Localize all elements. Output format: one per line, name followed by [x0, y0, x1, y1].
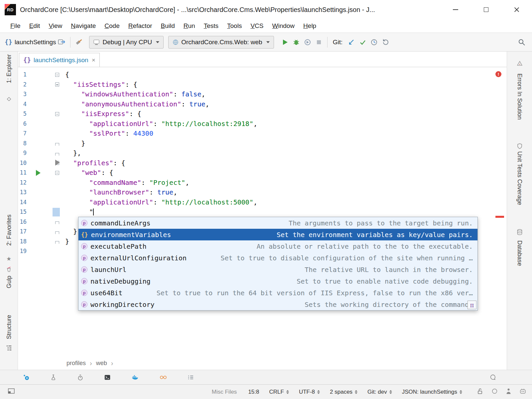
status-widget-git-dev[interactable]: Git: dev: [367, 389, 392, 395]
fold-marker-icon[interactable]: [55, 82, 59, 86]
toolwindow-button-performance-profiler[interactable]: [77, 374, 86, 380]
menu-item-view[interactable]: View: [44, 21, 66, 31]
menu-item-file[interactable]: File: [6, 21, 25, 31]
status-widget-utf-8[interactable]: UTF-8: [299, 389, 320, 395]
menu-item-navigate[interactable]: Navigate: [66, 21, 100, 31]
menu-item-tools[interactable]: Tools: [223, 21, 246, 31]
indicator-circle-icon[interactable]: [492, 388, 497, 396]
fold-marker-icon[interactable]: [55, 153, 59, 156]
maximize-button[interactable]: [471, 0, 501, 19]
line-number[interactable]: 5: [18, 109, 27, 119]
gutter-arrow-icon[interactable]: [55, 160, 60, 166]
menu-item-tests[interactable]: Tests: [200, 21, 223, 31]
toolwindow-button-event-log[interactable]: [490, 374, 499, 380]
editor-line[interactable]: 13 "launchBrowser": true,: [18, 188, 507, 198]
status-widget-json-launchsettings[interactable]: JSON: launchSettings: [402, 389, 462, 395]
completion-item[interactable]: pcommandLineArgsThe arguments to pass to…: [78, 217, 477, 229]
unlocked-icon[interactable]: [477, 388, 483, 396]
editor-line[interactable]: 15 ": [18, 207, 507, 217]
line-number[interactable]: 10: [18, 158, 27, 168]
toolwindow-button-database[interactable]: Database: [516, 240, 523, 266]
line-number[interactable]: 1: [18, 70, 27, 80]
error-stripe-mark[interactable]: [495, 216, 504, 218]
minimize-button[interactable]: [440, 0, 471, 19]
line-number[interactable]: 17: [18, 227, 27, 237]
menu-item-window[interactable]: Window: [268, 21, 299, 31]
toolwindow-toggle-icon[interactable]: [8, 388, 15, 395]
menu-item-edit[interactable]: Edit: [25, 21, 45, 31]
completion-item[interactable]: pnativeDebuggingSet to true to enable na…: [78, 275, 477, 287]
toolwindow-button-errors[interactable]: Errors In Solution: [516, 73, 523, 120]
debug-button[interactable]: [291, 36, 302, 48]
completion-item[interactable]: {}environmentVariablesSet the environmen…: [78, 229, 477, 240]
status-widget-crlf[interactable]: CRLF: [269, 389, 289, 395]
line-number[interactable]: 13: [18, 188, 27, 198]
star-icon[interactable]: ★: [6, 255, 11, 262]
toolwindow-button-7-nuget[interactable]: [23, 374, 32, 380]
menu-item-build[interactable]: Build: [157, 21, 179, 31]
toolwindow-button-gulp[interactable]: Gulp: [5, 276, 12, 288]
breadcrumb-item[interactable]: web: [96, 360, 107, 367]
line-number[interactable]: 9: [18, 148, 27, 158]
line-number[interactable]: 15: [18, 207, 27, 217]
toolwindow-button-coverage[interactable]: Unit Tests Coverage: [516, 151, 523, 205]
line-number[interactable]: 16: [18, 217, 27, 227]
menu-item-run[interactable]: Run: [179, 21, 200, 31]
tab-launchsettings-json[interactable]: launchSettings.json ×: [19, 53, 100, 67]
menu-item-code[interactable]: Code: [100, 21, 124, 31]
rollback-button[interactable]: [380, 36, 391, 48]
build-hammer-icon[interactable]: [73, 36, 84, 48]
gulp-cup-icon[interactable]: [6, 266, 11, 273]
editor-line[interactable]: 1{: [18, 70, 507, 80]
database-icon[interactable]: [517, 229, 522, 237]
completion-item[interactable]: pworkingDirectorySets the working direct…: [78, 299, 477, 310]
editor-line[interactable]: 9 },: [18, 148, 507, 158]
robot-icon[interactable]: [520, 388, 526, 396]
local-history-button[interactable]: [368, 36, 380, 48]
editor-line[interactable]: 3 "windowsAuthentication": false,: [18, 89, 507, 99]
completion-item[interactable]: plaunchUrlThe relative URL to launch in …: [78, 264, 477, 275]
toolwindow-button-explorer[interactable]: 1: Explorer: [5, 54, 12, 83]
fold-marker-icon[interactable]: [55, 112, 59, 116]
editor-line[interactable]: 6 "applicationUrl": "http://localhost:29…: [18, 119, 507, 129]
editor-line[interactable]: 5 "iisExpress": {: [18, 109, 507, 119]
line-number[interactable]: 11: [18, 168, 27, 178]
line-number[interactable]: 2: [18, 80, 27, 90]
git-update-button[interactable]: [346, 36, 357, 48]
git-commit-button[interactable]: [357, 36, 368, 48]
line-number[interactable]: 3: [18, 89, 27, 99]
toolwindow-button-terminal[interactable]: [104, 375, 113, 380]
select-in-icon[interactable]: [56, 36, 67, 48]
status-widget-15-8[interactable]: 15:8: [248, 389, 259, 395]
run-configuration-combo[interactable]: Debug | Any CPU: [89, 36, 164, 49]
editor-line[interactable]: 12 "commandName": "Project",: [18, 178, 507, 188]
hector-inspections-icon[interactable]: [506, 388, 511, 396]
close-button[interactable]: [501, 0, 532, 19]
editor-line[interactable]: 7 "sslPort": 44300: [18, 129, 507, 139]
errors-icon[interactable]: [517, 61, 522, 67]
pin-icon[interactable]: [7, 97, 11, 103]
editor-line[interactable]: 4 "anonymousAuthentication": true,: [18, 99, 507, 109]
stop-button[interactable]: [313, 36, 325, 48]
code-editor[interactable]: 1{2 "iisSettings": {3 "windowsAuthentica…: [18, 67, 507, 356]
editor-line[interactable]: 2 "iisSettings": {: [18, 80, 507, 90]
shield-icon[interactable]: [517, 143, 522, 150]
line-number[interactable]: 14: [18, 198, 27, 207]
fold-marker-icon[interactable]: [55, 143, 59, 146]
toolwindow-button-docker[interactable]: [132, 375, 142, 380]
line-number[interactable]: 4: [18, 99, 27, 109]
fold-marker-icon[interactable]: [55, 231, 59, 234]
menu-item-refactor[interactable]: Refactor: [124, 21, 157, 31]
line-number[interactable]: 19: [18, 246, 27, 256]
line-number[interactable]: 18: [18, 237, 27, 247]
fold-marker-icon[interactable]: [55, 171, 59, 175]
toolwindow-button-favorites[interactable]: 2: Favorites: [5, 214, 12, 246]
editor-line[interactable]: 14 "applicationUrl": "http://localhost:5…: [18, 198, 507, 207]
fold-marker-icon[interactable]: [55, 221, 59, 224]
structure-icon[interactable]: [6, 345, 11, 352]
editor-line[interactable]: 11 "web": {: [18, 168, 507, 178]
breadcrumb-item[interactable]: profiles: [66, 360, 86, 367]
toolwindow-button-structure[interactable]: Structure: [5, 315, 12, 339]
status-widget-2-spaces[interactable]: 2 spaces: [330, 389, 357, 395]
menu-item-vcs[interactable]: VCS: [246, 21, 268, 31]
